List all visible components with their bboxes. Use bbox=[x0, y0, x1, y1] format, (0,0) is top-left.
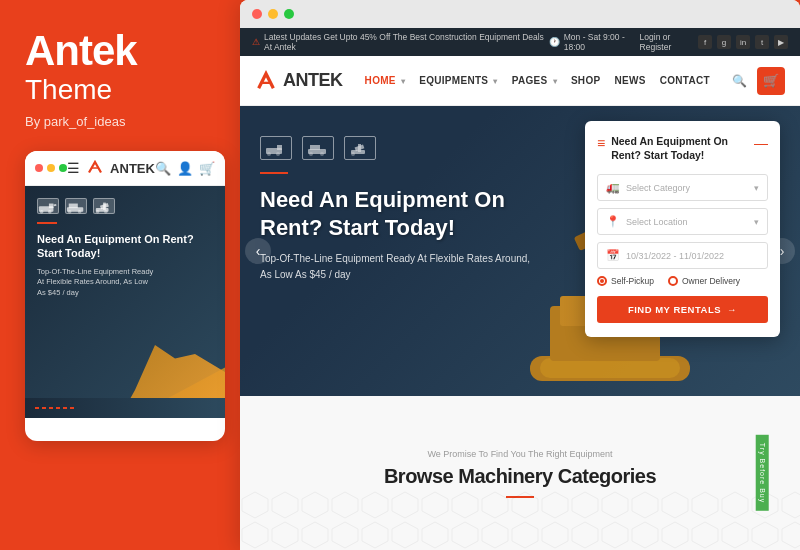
hero-prev-button[interactable]: ‹ bbox=[245, 238, 271, 264]
brand-by: By park_of_ideas bbox=[25, 114, 220, 129]
youtube-icon[interactable]: ▶ bbox=[774, 35, 788, 49]
rental-form-icon: ≡ bbox=[597, 135, 605, 151]
find-rentals-button[interactable]: FIND MY RENTALS → bbox=[597, 296, 768, 323]
nav-link-pages[interactable]: PAGES ▾ bbox=[512, 75, 557, 86]
svg-point-29 bbox=[320, 152, 324, 156]
nav-link-shop[interactable]: SHOP bbox=[571, 75, 601, 86]
mobile-equip-icon-1 bbox=[37, 198, 59, 214]
info-bar-alert: ⚠ Latest Updates Get Upto 45% Off The Be… bbox=[252, 32, 549, 52]
dot-red bbox=[35, 164, 43, 172]
owner-delivery-label: Owner Delivery bbox=[682, 276, 740, 286]
self-pickup-radio[interactable] bbox=[597, 276, 607, 286]
hero-equip-icon-3 bbox=[344, 136, 376, 160]
self-pickup-option[interactable]: Self-Pickup bbox=[597, 276, 654, 286]
hex-pattern bbox=[240, 490, 800, 550]
find-btn-label: FIND MY RENTALS bbox=[628, 304, 721, 315]
instagram-icon[interactable]: in bbox=[736, 35, 750, 49]
nav-link-equipments[interactable]: EQUIPMENTS ▾ bbox=[419, 75, 498, 86]
svg-point-7 bbox=[68, 210, 72, 214]
svg-point-2 bbox=[48, 210, 52, 214]
mobile-hero: Need An Equipment On Rent? Start Today! … bbox=[25, 186, 225, 418]
nav-link-news[interactable]: NEWS bbox=[614, 75, 645, 86]
nav-logo: ANTEK bbox=[255, 70, 343, 92]
owner-delivery-option[interactable]: Owner Delivery bbox=[668, 276, 740, 286]
location-icon: 📍 bbox=[606, 215, 620, 228]
date-field[interactable]: 📅 10/31/2022 - 11/01/2022 bbox=[597, 242, 768, 269]
hours-text: Mon - Sat 9:00 - 18:00 bbox=[564, 32, 640, 52]
chrome-maximize[interactable] bbox=[284, 9, 294, 19]
location-arrow: ▾ bbox=[754, 217, 759, 227]
dot-yellow bbox=[47, 164, 55, 172]
info-bar-hours: 🕐 Mon - Sat 9:00 - 18:00 bbox=[549, 32, 640, 52]
mobile-bar-pattern bbox=[35, 407, 75, 409]
facebook-icon[interactable]: f bbox=[698, 35, 712, 49]
mobile-equip-icon-2 bbox=[65, 198, 87, 214]
google-icon[interactable]: g bbox=[717, 35, 731, 49]
alert-icon: ⚠ bbox=[252, 37, 260, 47]
calendar-icon: 📅 bbox=[606, 249, 620, 262]
main-nav: ANTEK HOME ▾ EQUIPMENTS ▾ PAGES ▾ SHOP N… bbox=[240, 56, 800, 106]
svg-rect-25 bbox=[277, 145, 282, 150]
nav-cart-button[interactable]: 🛒 bbox=[757, 67, 785, 95]
cart-icon[interactable]: 🛒 bbox=[199, 161, 215, 176]
nav-links: HOME ▾ EQUIPMENTS ▾ PAGES ▾ SHOP NEWS CO… bbox=[365, 75, 710, 86]
delivery-options: Self-Pickup Owner Delivery bbox=[597, 276, 768, 286]
svg-rect-27 bbox=[310, 145, 320, 150]
svg-rect-6 bbox=[69, 204, 78, 209]
hero-equip-icon-2 bbox=[302, 136, 334, 160]
category-field[interactable]: 🚛 Select Category ▾ bbox=[597, 174, 768, 201]
alert-text: Latest Updates Get Upto 45% Off The Best… bbox=[264, 32, 549, 52]
info-bar: ⚠ Latest Updates Get Upto 45% Off The Be… bbox=[240, 28, 800, 56]
category-placeholder: Select Category bbox=[626, 183, 748, 193]
left-panel: Antek Theme By park_of_ideas ☰ ANTEK 🔍 bbox=[0, 0, 245, 550]
hero-equip-icon-1 bbox=[260, 136, 292, 160]
search-icon[interactable]: 🔍 bbox=[155, 161, 171, 176]
mobile-equipment-icons bbox=[37, 198, 213, 214]
brand-title: Antek bbox=[25, 30, 220, 72]
nav-logo-text: ANTEK bbox=[283, 70, 343, 91]
svg-point-23 bbox=[267, 152, 271, 156]
chrome-minimize[interactable] bbox=[268, 9, 278, 19]
svg-point-24 bbox=[276, 152, 280, 156]
hamburger-icon[interactable]: ☰ bbox=[67, 160, 80, 176]
date-range-text: 10/31/2022 - 11/01/2022 bbox=[626, 251, 759, 261]
location-field[interactable]: 📍 Select Location ▾ bbox=[597, 208, 768, 235]
chrome-close[interactable] bbox=[252, 9, 262, 19]
browser-chrome bbox=[240, 0, 800, 28]
browser-window: ⚠ Latest Updates Get Upto 45% Off The Be… bbox=[240, 0, 800, 550]
svg-point-12 bbox=[96, 210, 100, 214]
svg-rect-3 bbox=[49, 204, 54, 209]
location-placeholder: Select Location bbox=[626, 217, 748, 227]
svg-point-33 bbox=[351, 152, 355, 156]
hero-left-content: Need An Equipment On Rent? Start Today! … bbox=[260, 136, 540, 283]
rental-form-header: ≡ Need An Equipment On Rent? Start Today… bbox=[597, 135, 768, 162]
window-dots bbox=[35, 164, 67, 172]
mobile-logo-icon bbox=[86, 159, 104, 177]
svg-point-28 bbox=[309, 152, 313, 156]
info-bar-right: Login or Register f g in t ▶ bbox=[640, 32, 788, 52]
mobile-logo-area: ☰ ANTEK bbox=[67, 159, 155, 177]
bottom-section: We Promise To Find You The Right Equipme… bbox=[240, 396, 800, 550]
nav-search-button[interactable]: 🔍 bbox=[732, 74, 747, 88]
mobile-mockup: ☰ ANTEK 🔍 👤 🛒 bbox=[25, 151, 225, 441]
browse-title: Browse Machinery Categories bbox=[384, 465, 656, 488]
twitter-icon[interactable]: t bbox=[755, 35, 769, 49]
mobile-hero-title: Need An Equipment On Rent? Start Today! bbox=[37, 232, 213, 261]
hero-equip-icons bbox=[260, 136, 540, 160]
mobile-logo-text: ANTEK bbox=[110, 161, 155, 176]
nav-link-home[interactable]: HOME ▾ bbox=[365, 75, 406, 86]
svg-rect-4 bbox=[53, 204, 56, 206]
svg-point-13 bbox=[104, 210, 108, 214]
side-ribbon: Try Before Buy bbox=[755, 435, 768, 511]
rental-form-title: Need An Equipment On Rent? Start Today! bbox=[611, 135, 748, 162]
social-links: f g in t ▶ bbox=[698, 35, 788, 49]
nav-logo-icon bbox=[255, 70, 277, 92]
login-link[interactable]: Login or Register bbox=[640, 32, 690, 52]
nav-link-contact[interactable]: CONTACT bbox=[660, 75, 710, 86]
owner-delivery-radio[interactable] bbox=[668, 276, 678, 286]
svg-point-1 bbox=[40, 210, 44, 214]
nav-actions: 🔍 🛒 bbox=[732, 67, 785, 95]
brand-subtitle: Theme bbox=[25, 74, 220, 106]
mobile-bottom-bar bbox=[25, 398, 225, 418]
user-icon[interactable]: 👤 bbox=[177, 161, 193, 176]
